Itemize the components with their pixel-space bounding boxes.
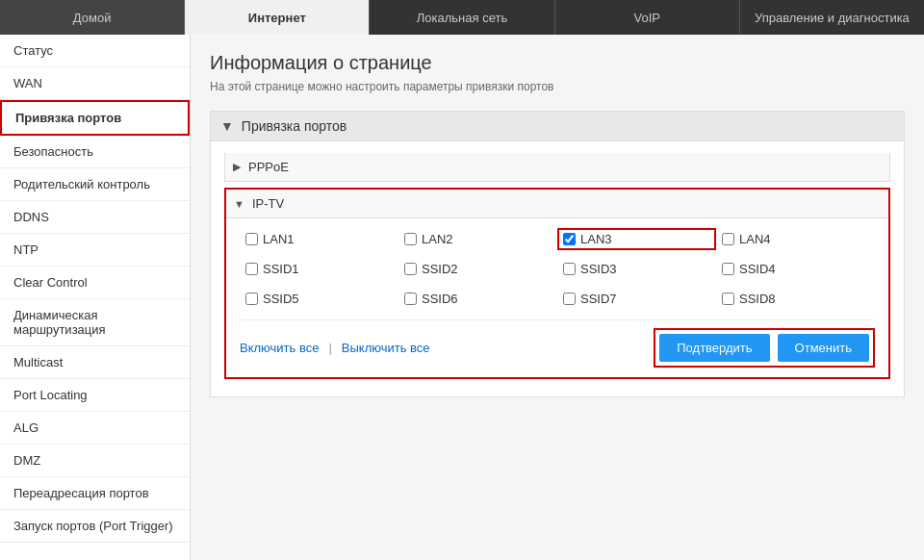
- footer-links: Включить все | Выключить все: [240, 341, 430, 355]
- enable-all-link[interactable]: Включить все: [240, 341, 319, 355]
- checkbox-ssid4: SSID4: [716, 258, 875, 280]
- top-nav: ДомойИнтернетЛокальная сетьVoIPУправлени…: [0, 0, 924, 35]
- cancel-button[interactable]: Отменить: [778, 334, 869, 362]
- checkbox-grid: LAN1 LAN2 LAN3: [240, 228, 875, 310]
- content-area: ▶ PPPoE ▼ IP-TV LAN1: [210, 141, 905, 397]
- sidebar-item-dmz[interactable]: DMZ: [0, 445, 190, 477]
- label-ssid2[interactable]: SSID2: [422, 262, 458, 276]
- iptv-content: LAN1 LAN2 LAN3: [226, 218, 888, 377]
- pppoe-label: PPPoE: [248, 160, 289, 174]
- section-header[interactable]: ▼ Привязка портов: [210, 111, 905, 141]
- checkbox-ssid3: SSID3: [557, 258, 716, 280]
- sidebar-item-статус[interactable]: Статус: [0, 35, 190, 67]
- confirm-button[interactable]: Подтвердить: [659, 334, 769, 362]
- label-ssid3[interactable]: SSID3: [580, 262, 617, 276]
- iptv-box: ▼ IP-TV LAN1 LAN2: [224, 188, 890, 379]
- footer-buttons: Подтвердить Отменить: [654, 328, 875, 368]
- top-nav-item-voip[interactable]: VoIP: [555, 0, 740, 35]
- label-ssid4[interactable]: SSID4: [739, 262, 776, 276]
- sidebar-item-привязка-портов[interactable]: Привязка портов: [0, 100, 190, 136]
- sidebar-item-ddns[interactable]: DDNS: [0, 201, 190, 234]
- sidebar-item-clear-control[interactable]: Clear Control: [0, 267, 190, 299]
- label-ssid5[interactable]: SSID5: [263, 292, 299, 306]
- sidebar-item-ntp[interactable]: NTP: [0, 234, 190, 267]
- main-layout: СтатусWANПривязка портовБезопасностьРоди…: [0, 35, 924, 560]
- checkbox-ssid7-input[interactable]: [563, 293, 576, 305]
- checkbox-lan4-input[interactable]: [722, 233, 734, 245]
- label-ssid1[interactable]: SSID1: [263, 262, 299, 276]
- sidebar-item-динамическая-маршрутизация[interactable]: Динамическая маршрутизация: [0, 299, 190, 346]
- section-title: Привязка портов: [242, 118, 346, 134]
- main-content: Информация о странице На этой странице м…: [191, 35, 924, 560]
- checkbox-ssid3-input[interactable]: [563, 263, 576, 275]
- top-nav-item-интернет[interactable]: Интернет: [185, 0, 370, 35]
- disable-all-link[interactable]: Выключить все: [342, 341, 430, 355]
- pppoe-row[interactable]: ▶ PPPoE: [224, 153, 890, 182]
- label-lan1[interactable]: LAN1: [263, 232, 295, 246]
- checkbox-ssid8: SSID8: [716, 288, 875, 310]
- sidebar-item-запуск-портов-(port-trigger)[interactable]: Запуск портов (Port Trigger): [0, 510, 190, 543]
- checkbox-ssid6-input[interactable]: [404, 293, 417, 305]
- page-desc: На этой странице можно настроить парамет…: [210, 80, 905, 93]
- label-ssid8[interactable]: SSID8: [739, 292, 776, 306]
- top-nav-item-управление-и-диагностика[interactable]: Управление и диагностика: [740, 0, 924, 35]
- iptv-label: IP-TV: [252, 196, 284, 211]
- page-title: Информация о странице: [210, 52, 905, 74]
- top-nav-item-домой[interactable]: Домой: [0, 0, 185, 35]
- sidebar-item-multicast[interactable]: Multicast: [0, 346, 190, 379]
- checkbox-lan2: LAN2: [398, 228, 557, 250]
- checkbox-lan1-input[interactable]: [245, 233, 258, 245]
- section-arrow: ▼: [220, 118, 234, 134]
- label-lan4[interactable]: LAN4: [739, 232, 771, 246]
- checkbox-ssid6: SSID6: [398, 288, 557, 310]
- sidebar-item-родительский-контроль[interactable]: Родительский контроль: [0, 168, 190, 201]
- iptv-arrow: ▼: [234, 198, 244, 210]
- label-ssid6[interactable]: SSID6: [422, 292, 458, 306]
- sidebar-item-переадресация-портов[interactable]: Переадресация портов: [0, 477, 190, 510]
- checkbox-ssid8-input[interactable]: [722, 293, 734, 305]
- label-lan2[interactable]: LAN2: [422, 232, 453, 246]
- sidebar-item-port-locating[interactable]: Port Locating: [0, 379, 190, 412]
- checkbox-ssid1: SSID1: [240, 258, 398, 280]
- checkbox-ssid7: SSID7: [557, 288, 716, 310]
- pppoe-arrow: ▶: [233, 161, 241, 173]
- checkbox-ssid5: SSID5: [240, 288, 398, 310]
- footer-separator: |: [328, 341, 331, 355]
- top-nav-item-локальная-сеть[interactable]: Локальная сеть: [370, 0, 554, 35]
- checkbox-ssid2-input[interactable]: [404, 263, 417, 275]
- checkbox-ssid1-input[interactable]: [245, 263, 258, 275]
- footer-row: Включить все | Выключить все Подтвердить…: [240, 319, 875, 368]
- label-ssid7[interactable]: SSID7: [580, 292, 617, 306]
- iptv-header[interactable]: ▼ IP-TV: [226, 190, 888, 218]
- checkbox-lan3-input[interactable]: [563, 233, 576, 245]
- checkbox-lan4: LAN4: [716, 228, 875, 250]
- sidebar-item-wan[interactable]: WAN: [0, 67, 190, 100]
- checkbox-ssid4-input[interactable]: [722, 263, 734, 275]
- label-lan3[interactable]: LAN3: [580, 232, 612, 246]
- sidebar: СтатусWANПривязка портовБезопасностьРоди…: [0, 35, 191, 560]
- sidebar-item-alg[interactable]: ALG: [0, 412, 190, 445]
- checkbox-lan1: LAN1: [240, 228, 398, 250]
- checkbox-lan2-input[interactable]: [404, 233, 417, 245]
- sidebar-item-безопасность[interactable]: Безопасность: [0, 136, 190, 168]
- checkbox-lan3: LAN3: [557, 228, 716, 250]
- checkbox-ssid2: SSID2: [398, 258, 557, 280]
- checkbox-ssid5-input[interactable]: [245, 293, 258, 305]
